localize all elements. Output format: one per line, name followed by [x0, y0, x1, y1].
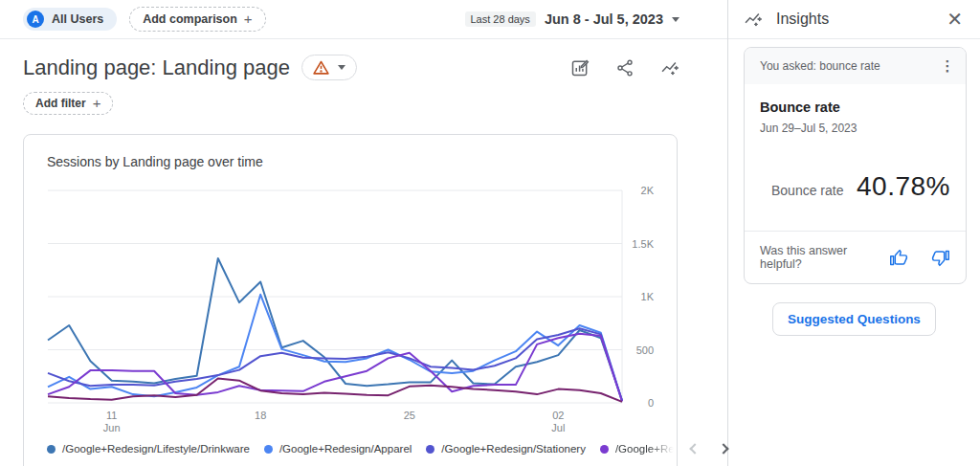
feedback-question: Was this answer helpful?	[760, 244, 889, 271]
insight-date-range: Jun 29–Jul 5, 2023	[760, 122, 950, 135]
y-axis-label: 1K	[641, 291, 655, 302]
legend-item: /Google+Redesign/Stationery	[426, 443, 586, 455]
insight-metric-row: Bounce rate 40.78%	[771, 171, 950, 202]
customize-report-icon[interactable]	[570, 58, 590, 78]
data-quality-warning-button[interactable]	[301, 55, 357, 80]
feedback-buttons	[889, 248, 950, 268]
insight-card-header: You asked: bounce rate ⋮	[745, 48, 966, 84]
insight-metric-title: Bounce rate	[760, 100, 950, 115]
insight-card: You asked: bounce rate ⋮ Bounce rate Jun…	[744, 47, 967, 284]
date-range-label: Jun 8 - Jul 5, 2023	[545, 11, 663, 27]
insight-metric-label: Bounce rate	[771, 183, 844, 198]
chevron-down-icon	[338, 65, 345, 70]
add-filter-button[interactable]: Add filter +	[23, 92, 113, 115]
audience-chip-label: All Users	[52, 12, 103, 26]
x-axis-label: 02	[552, 410, 564, 421]
legend-label: /Google+Redesign/Apparel	[279, 443, 412, 455]
chart-line-2	[48, 328, 622, 401]
insights-icon[interactable]	[660, 58, 679, 78]
audience-avatar: A	[27, 11, 44, 28]
insight-card-body: Bounce rate Jun 29–Jul 5, 2023 Bounce ra…	[745, 84, 966, 202]
plus-icon: +	[93, 99, 101, 108]
y-axis-label: 2K	[641, 185, 655, 196]
insights-icon	[744, 10, 763, 29]
date-range-badge: Last 28 days	[465, 11, 536, 27]
legend-dot-icon	[600, 445, 609, 454]
insight-question-label: You asked: bounce rate	[760, 59, 880, 73]
audience-chip-all-users[interactable]: A All Users	[23, 8, 117, 31]
chart-legend: /Google+Redesign/Lifestyle/Drinkware/Goo…	[47, 443, 654, 455]
insight-metric-value: 40.78%	[857, 171, 950, 202]
x-axis-label: 11	[106, 410, 117, 421]
report-topbar: A All Users Add comparison + Last 28 day…	[0, 0, 727, 39]
thumbs-down-icon[interactable]	[930, 248, 950, 268]
legend-label: /Google+Redesign/Stationery	[441, 443, 586, 455]
report-action-icons	[570, 58, 679, 78]
y-axis-label: 0	[648, 397, 654, 409]
warning-triangle-icon	[313, 60, 329, 75]
x-axis-label: Jul	[551, 422, 565, 433]
legend-dot-icon	[264, 445, 273, 454]
legend-dot-icon	[47, 445, 56, 454]
suggested-questions-button[interactable]: Suggested Questions	[772, 302, 936, 336]
chart-title: Sessions by Landing page over time	[47, 154, 654, 169]
x-axis-label: 25	[404, 410, 415, 421]
thumbs-up-icon[interactable]	[889, 248, 909, 268]
insights-header: Insights ✕	[728, 0, 980, 39]
report-title-row: Landing page: Landing page	[0, 39, 727, 80]
plus-icon: +	[244, 14, 253, 24]
legend-label: /Google+Redesign/Lifestyle/Drinkware	[62, 443, 250, 455]
x-axis-label: 18	[255, 410, 266, 421]
legend-label: /Google+Rede	[615, 443, 677, 455]
add-filter-label: Add filter	[35, 97, 86, 110]
legend-pagination	[691, 445, 731, 453]
legend-dot-icon	[426, 445, 434, 454]
legend-next-icon[interactable]	[718, 443, 728, 454]
more-options-icon[interactable]: ⋮	[935, 57, 960, 75]
chart-line-3	[48, 334, 622, 402]
insight-feedback-row: Was this answer helpful?	[745, 231, 966, 283]
chart-area: 05001K1.5K2K11Jun182502Jul	[47, 181, 654, 439]
ga4-report-page: A All Users Add comparison + Last 28 day…	[0, 0, 980, 466]
insights-panel-title: Insights	[776, 11, 829, 28]
sessions-line-chart: 05001K1.5K2K11Jun182502Jul	[47, 181, 656, 435]
filter-row: Add filter +	[0, 80, 727, 115]
insights-panel: Insights ✕ You asked: bounce rate ⋮ Boun…	[727, 0, 980, 466]
page-title: Landing page: Landing page	[23, 55, 290, 80]
date-range-selector[interactable]: Last 28 days Jun 8 - Jul 5, 2023	[465, 11, 680, 27]
add-comparison-button[interactable]: Add comparison +	[129, 7, 265, 32]
x-axis-label: Jun	[103, 422, 121, 433]
legend-item: /Google+Rede	[600, 443, 677, 455]
suggested-questions-row: Suggested Questions	[728, 302, 980, 336]
legend-item: /Google+Redesign/Apparel	[264, 443, 412, 455]
main-report-area: A All Users Add comparison + Last 28 day…	[0, 0, 727, 466]
close-icon[interactable]: ✕	[947, 10, 963, 29]
legend-item: /Google+Redesign/Lifestyle/Drinkware	[47, 443, 250, 455]
chevron-down-icon	[672, 17, 679, 22]
add-comparison-label: Add comparison	[143, 12, 237, 26]
y-axis-label: 1.5K	[632, 238, 654, 250]
legend-items: /Google+Redesign/Lifestyle/Drinkware/Goo…	[47, 443, 691, 455]
y-axis-label: 500	[636, 344, 654, 356]
sessions-chart-card: Sessions by Landing page over time 05001…	[23, 134, 678, 466]
share-icon[interactable]	[615, 58, 635, 78]
legend-prev-icon[interactable]	[689, 443, 700, 454]
